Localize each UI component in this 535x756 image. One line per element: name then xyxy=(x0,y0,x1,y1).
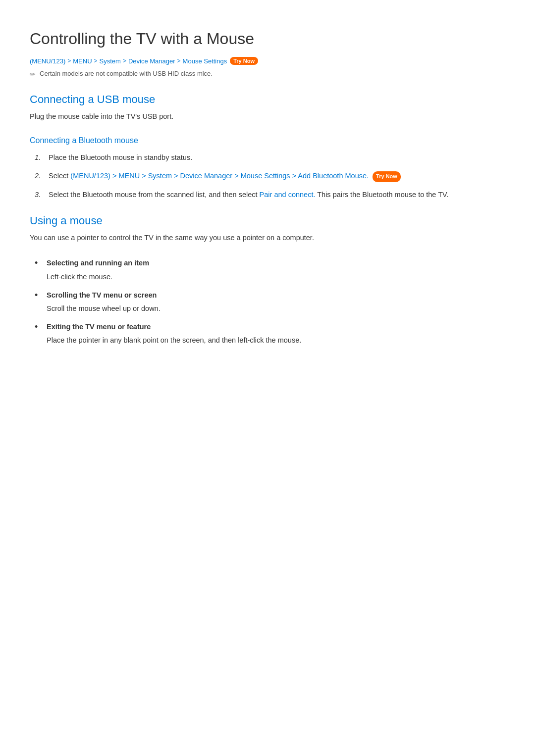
breadcrumb-sep2: > xyxy=(94,57,98,64)
using-bullet-3-content: Exiting the TV menu or feature Place the… xyxy=(47,321,301,346)
breadcrumb-device-manager: Device Manager xyxy=(128,57,175,65)
step-2-add-bluetooth: Add Bluetooth Mouse. xyxy=(298,172,369,180)
using-bullet-2-bold: Scrolling the TV menu or screen xyxy=(47,290,160,301)
step-2-prefix: Select xyxy=(49,172,70,180)
breadcrumb-sep4: > xyxy=(177,57,181,64)
using-bullet-3-bold: Exiting the TV menu or feature xyxy=(47,321,301,333)
step-2-sep5: > xyxy=(292,172,298,180)
step-2-menu123: (MENU/123) xyxy=(70,172,110,180)
using-bullets-list: • Selecting and running an item Left-cli… xyxy=(30,257,505,346)
breadcrumb-mouse-settings: Mouse Settings xyxy=(183,57,227,65)
step-2-mouse-settings: Mouse Settings xyxy=(241,172,290,180)
breadcrumb-sep1: > xyxy=(67,57,71,64)
using-bullet-1: • Selecting and running an item Left-cli… xyxy=(35,257,505,282)
page-title: Controlling the TV with a Mouse xyxy=(30,30,505,48)
using-bullet-3-text: Place the pointer in any blank point on … xyxy=(47,335,301,346)
using-bullet-2-content: Scrolling the TV menu or screen Scroll t… xyxy=(47,290,160,314)
bluetooth-step-2: 2. Select (MENU/123) > MENU > System > D… xyxy=(35,170,505,182)
breadcrumb: (MENU/123) > MENU > System > Device Mana… xyxy=(30,57,505,65)
using-bullet-1-bold: Selecting and running an item xyxy=(47,257,149,269)
bluetooth-step-3: 3. Select the Bluetooth mouse from the s… xyxy=(35,189,505,201)
bullet-icon-3: • xyxy=(35,321,42,333)
step-number-3: 3. xyxy=(35,189,44,201)
note-line: ✏ Certain models are not compatible with… xyxy=(30,70,505,78)
try-now-badge[interactable]: Try Now xyxy=(230,57,258,65)
bullet-icon-2: • xyxy=(35,290,42,301)
pencil-icon: ✏ xyxy=(30,70,36,78)
step-2-device-manager: Device Manager xyxy=(180,172,233,180)
step-3-pair-connect: Pair and connect. xyxy=(260,191,316,199)
step-2-sep3: > xyxy=(174,172,180,180)
step-1-text: Place the Bluetooth mouse in standby sta… xyxy=(49,152,192,163)
bluetooth-steps-list: 1. Place the Bluetooth mouse in standby … xyxy=(30,152,505,201)
step-3-content: Select the Bluetooth mouse from the scan… xyxy=(49,189,448,201)
bluetooth-section-title: Connecting a Bluetooth mouse xyxy=(30,136,505,145)
step-2-content: Select (MENU/123) > MENU > System > Devi… xyxy=(49,170,401,182)
step-3-prefix: Select the Bluetooth mouse from the scan… xyxy=(49,191,260,199)
note-text: Certain models are not compatible with U… xyxy=(40,70,213,77)
step-2-sep1: > xyxy=(112,172,119,180)
usb-section-body: Plug the mouse cable into the TV's USB p… xyxy=(30,111,505,122)
bullet-icon-1: • xyxy=(35,257,42,269)
using-section-intro: You can use a pointer to control the TV … xyxy=(30,232,505,244)
step-2-menu: MENU xyxy=(118,172,140,180)
step-2-system: System xyxy=(148,172,172,180)
step-number-2: 2. xyxy=(35,170,44,182)
using-bullet-1-content: Selecting and running an item Left-click… xyxy=(47,257,149,282)
breadcrumb-menu: MENU xyxy=(73,57,92,65)
using-bullet-3: • Exiting the TV menu or feature Place t… xyxy=(35,321,505,346)
breadcrumb-sep3: > xyxy=(123,57,126,64)
breadcrumb-menu123: (MENU/123) xyxy=(30,57,65,65)
bluetooth-step-1: 1. Place the Bluetooth mouse in standby … xyxy=(35,152,505,163)
try-now-badge-step2[interactable]: Try Now xyxy=(373,171,401,182)
using-bullet-2-text: Scroll the mouse wheel up or down. xyxy=(47,303,160,314)
step-3-suffix: This pairs the Bluetooth mouse to the TV… xyxy=(315,191,448,199)
using-bullet-1-text: Left-click the mouse. xyxy=(47,271,149,283)
step-2-sep2: > xyxy=(142,172,148,180)
step-number-1: 1. xyxy=(35,152,44,163)
using-bullet-2: • Scrolling the TV menu or screen Scroll… xyxy=(35,290,505,314)
step-2-sep4: > xyxy=(234,172,241,180)
usb-section-title: Connecting a USB mouse xyxy=(30,93,505,106)
breadcrumb-system: System xyxy=(100,57,121,65)
using-section-title: Using a mouse xyxy=(30,214,505,227)
